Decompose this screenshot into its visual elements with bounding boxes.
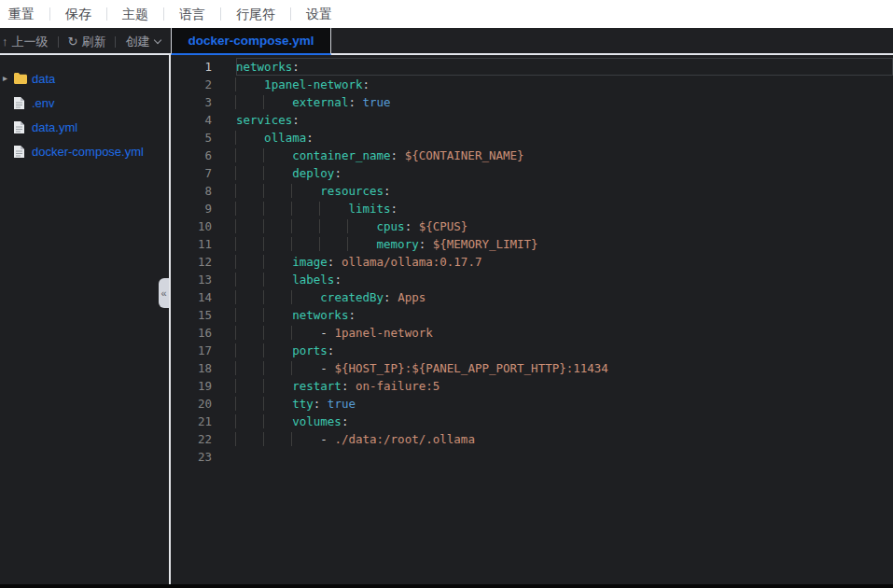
file-editor-window: 重置保存主题语言行尾符设置 ↑ 上一级 ↻ 刷新 创建 docker-compo… bbox=[0, 0, 893, 588]
indent-guide bbox=[291, 326, 320, 340]
code-line-13[interactable]: 13 labels: bbox=[171, 271, 893, 288]
code-line-5[interactable]: 5 ollama: bbox=[171, 129, 893, 147]
indent-guide bbox=[235, 184, 264, 198]
sidebar-collapse-handle[interactable]: « bbox=[159, 278, 169, 308]
code-area[interactable]: 1networks:2 1panel-network:3 external: t… bbox=[171, 55, 893, 584]
token-punct: : bbox=[348, 95, 362, 109]
toolbar-separator bbox=[115, 36, 116, 48]
tree-item-data[interactable]: ▸data bbox=[0, 66, 169, 91]
chevron-down-icon bbox=[154, 36, 161, 44]
code-line-8[interactable]: 8 resources: bbox=[171, 182, 893, 200]
menu-item-theme[interactable]: 主题 bbox=[107, 0, 163, 28]
token-punct: : bbox=[328, 255, 342, 269]
line-number: 3 bbox=[171, 93, 212, 111]
code-line-9[interactable]: 9 limits: bbox=[171, 200, 893, 217]
indent-guide bbox=[263, 273, 292, 287]
indent-guide bbox=[235, 131, 264, 145]
line-number: 1 bbox=[171, 58, 212, 76]
line-number: 11 bbox=[171, 235, 212, 253]
indent-guide bbox=[263, 255, 292, 269]
menu-item-save[interactable]: 保存 bbox=[50, 0, 106, 28]
tree-item-data.yml[interactable]: data.yml bbox=[0, 115, 169, 139]
token-punct: : bbox=[405, 219, 419, 233]
indent-guide bbox=[291, 219, 320, 233]
tab-bar: docker-compose.yml bbox=[171, 28, 893, 55]
token-str: ${CPUS} bbox=[419, 219, 468, 233]
indent-guide bbox=[263, 326, 292, 340]
code-line-19[interactable]: 19 restart: on-failure:5 bbox=[171, 377, 893, 395]
code-line-4[interactable]: 4services: bbox=[171, 111, 893, 129]
code-line-16[interactable]: 16 - 1panel-network bbox=[171, 324, 893, 342]
code-line-21[interactable]: 21 volumes: bbox=[171, 413, 893, 430]
toolbar: ↑ 上一级 ↻ 刷新 创建 docker-compose.yml bbox=[0, 28, 893, 55]
indent-guide bbox=[235, 273, 264, 287]
menu-item-language[interactable]: 语言 bbox=[164, 0, 220, 28]
menu-item-settings[interactable]: 设置 bbox=[291, 0, 347, 28]
code-text: external: true bbox=[236, 93, 893, 111]
up-level-button[interactable]: ↑ 上一级 bbox=[2, 34, 49, 50]
indent-guide bbox=[263, 290, 292, 304]
code-line-10[interactable]: 10 cpus: ${CPUS} bbox=[171, 217, 893, 235]
code-line-7[interactable]: 7 deploy: bbox=[171, 164, 893, 182]
code-line-15[interactable]: 15 networks: bbox=[171, 306, 893, 324]
code-line-11[interactable]: 11 memory: ${MEMORY_LIMIT} bbox=[171, 235, 893, 253]
indent-guide bbox=[291, 290, 320, 304]
refresh-button[interactable]: ↻ 刷新 bbox=[68, 34, 106, 50]
code-line-18[interactable]: 18 - ${HOST_IP}:${PANEL_APP_PORT_HTTP}:1… bbox=[171, 359, 893, 377]
token-key: cpus bbox=[377, 219, 405, 233]
indent-guide bbox=[263, 343, 292, 357]
code-text: image: ollama/ollama:0.17.7 bbox=[236, 253, 893, 271]
code-text: memory: ${MEMORY_LIMIT} bbox=[236, 235, 893, 253]
code-line-2[interactable]: 2 1panel-network: bbox=[171, 76, 893, 93]
code-text: labels: bbox=[236, 271, 893, 288]
tree-item-docker-compose.yml[interactable]: docker-compose.yml bbox=[0, 139, 169, 163]
token-kw: true bbox=[328, 397, 356, 411]
code-line-17[interactable]: 17 ports: bbox=[171, 342, 893, 359]
indent-guide bbox=[263, 379, 292, 393]
indent-guide bbox=[291, 237, 320, 251]
code-line-6[interactable]: 6 container_name: ${CONTAINER_NAME} bbox=[171, 147, 893, 164]
indent-guide bbox=[263, 166, 292, 180]
indent-guide bbox=[291, 361, 320, 375]
code-text: restart: on-failure:5 bbox=[236, 377, 893, 395]
code-line-14[interactable]: 14 createdBy: Apps bbox=[171, 288, 893, 306]
menu-item-reset[interactable]: 重置 bbox=[0, 0, 49, 28]
indent-guide bbox=[235, 219, 264, 233]
refresh-icon: ↻ bbox=[68, 35, 78, 48]
indent-guide bbox=[235, 326, 264, 340]
indent-guide bbox=[235, 77, 264, 91]
token-str: on-failure:5 bbox=[356, 379, 440, 393]
tree-item-.env[interactable]: .env bbox=[0, 91, 169, 115]
line-number: 18 bbox=[171, 359, 212, 377]
line-number: 16 bbox=[171, 324, 212, 342]
token-punct: : bbox=[334, 273, 342, 287]
code-line-20[interactable]: 20 tty: true bbox=[171, 395, 893, 413]
token-key: labels bbox=[292, 273, 334, 287]
file-name: docker-compose.yml bbox=[32, 145, 144, 159]
code-line-22[interactable]: 22 - ./data:/root/.ollama bbox=[171, 430, 893, 448]
file-icon bbox=[13, 120, 29, 134]
token-key: memory bbox=[377, 237, 419, 251]
line-number: 5 bbox=[171, 129, 212, 147]
token-punct: : bbox=[419, 237, 433, 251]
file-name: .env bbox=[32, 96, 55, 110]
code-line-12[interactable]: 12 image: ollama/ollama:0.17.7 bbox=[171, 253, 893, 271]
token-punct: : bbox=[391, 148, 405, 162]
menu-item-line-ending[interactable]: 行尾符 bbox=[221, 0, 290, 28]
code-text: services: bbox=[236, 111, 893, 129]
token-key: image bbox=[292, 255, 328, 269]
tab-docker-compose.yml[interactable]: docker-compose.yml bbox=[171, 28, 331, 55]
code-line-3[interactable]: 3 external: true bbox=[171, 93, 893, 111]
token-key: services bbox=[236, 113, 292, 127]
token-punct: - bbox=[320, 361, 334, 375]
indent-guide bbox=[235, 432, 264, 446]
create-dropdown-button[interactable]: 创建 bbox=[125, 34, 160, 50]
token-punct: : bbox=[348, 308, 356, 322]
line-number: 9 bbox=[171, 200, 212, 217]
code-line-1[interactable]: 1networks: bbox=[171, 58, 893, 76]
chevron-right-icon[interactable]: ▸ bbox=[3, 74, 13, 83]
code-line-23[interactable]: 23 bbox=[171, 448, 893, 466]
editor-body: ▸data.envdata.ymldocker-compose.yml « 1n… bbox=[0, 55, 893, 584]
line-number: 10 bbox=[171, 217, 212, 235]
indent-guide bbox=[263, 397, 292, 411]
